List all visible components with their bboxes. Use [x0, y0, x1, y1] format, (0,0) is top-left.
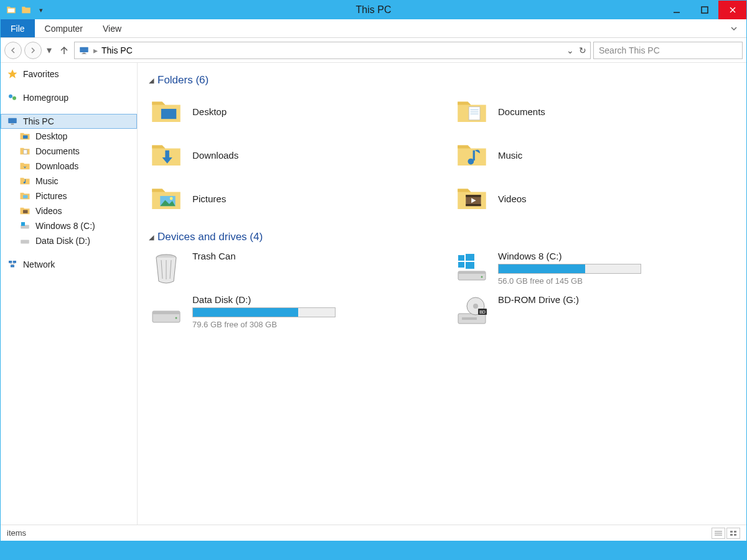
tree-label: Videos	[35, 206, 62, 216]
svg-rect-11	[8, 118, 17, 123]
content-pane: ◢ Folders (6) Desktop Documents Download…	[138, 63, 746, 525]
svg-rect-42	[466, 204, 481, 206]
search-input[interactable]: Search This PC	[593, 42, 743, 59]
tree-this-pc[interactable]: This PC	[1, 114, 137, 129]
tree-label: This PC	[23, 116, 54, 126]
drives-grid: Trash Can Windows 8 (C:) 56.0 GB free of…	[149, 251, 735, 329]
properties-icon[interactable]	[21, 4, 32, 16]
tab-computer[interactable]: Computer	[35, 19, 93, 37]
svg-rect-21	[21, 222, 25, 226]
nav-back-button[interactable]	[4, 42, 22, 59]
tree-label: Music	[35, 176, 59, 186]
tree-network[interactable]: Network	[1, 257, 137, 272]
tab-view[interactable]: View	[93, 19, 131, 37]
tree-label: Data Disk (D:)	[35, 236, 90, 246]
drive-label: Data Disk (D:)	[192, 294, 336, 305]
svg-marker-8	[8, 70, 17, 78]
svg-rect-33	[165, 151, 169, 157]
svg-rect-69	[730, 534, 733, 536]
svg-rect-59	[462, 317, 477, 320]
tree-music[interactable]: Music	[1, 174, 137, 189]
folder-label: Videos	[498, 194, 527, 204]
folder-documents[interactable]: Documents	[454, 94, 735, 129]
folder-downloads[interactable]: Downloads	[149, 138, 430, 172]
navigation-bar: ▾ ▸ This PC ⌄ ↻ Search This PC	[1, 38, 746, 63]
videos-icon	[454, 181, 489, 216]
collapse-icon: ◢	[149, 233, 154, 241]
hdd-drive-icon	[149, 294, 184, 329]
svg-rect-19	[23, 210, 28, 213]
svg-point-39	[170, 197, 173, 200]
svg-rect-68	[734, 531, 736, 533]
nav-up-button[interactable]	[57, 43, 72, 58]
tree-videos[interactable]: Videos	[1, 203, 137, 218]
drive-label: Windows 8 (C:)	[498, 251, 641, 261]
folder-pictures[interactable]: Pictures	[149, 181, 430, 216]
svg-rect-28	[161, 109, 176, 119]
svg-rect-7	[82, 54, 87, 54]
svg-rect-51	[458, 255, 464, 261]
svg-rect-29	[469, 107, 480, 120]
tree-pictures[interactable]: Pictures	[1, 189, 137, 203]
folders-grid: Desktop Documents Downloads Music	[149, 94, 735, 216]
tree-favorites[interactable]: Favorites	[1, 67, 137, 82]
collapse-icon: ◢	[149, 77, 154, 85]
folder-videos[interactable]: Videos	[454, 181, 735, 216]
group-header-drives[interactable]: ◢ Devices and drives (4)	[149, 231, 735, 243]
svg-point-50	[481, 276, 483, 278]
drive-d[interactable]: Data Disk (D:) 79.6 GB free of 308 GB	[149, 294, 430, 329]
tree-label: Homegroup	[23, 93, 68, 103]
refresh-icon[interactable]: ↻	[579, 45, 586, 55]
tree-downloads[interactable]: Downloads	[1, 159, 137, 174]
folder-icon	[19, 175, 31, 187]
tree-label: Favorites	[23, 69, 59, 79]
svg-rect-22	[21, 240, 29, 244]
drive-label: Trash Can	[192, 251, 235, 261]
address-segment[interactable]: This PC	[101, 45, 133, 55]
close-button[interactable]	[718, 1, 746, 19]
svg-rect-18	[23, 195, 28, 198]
window-title: This PC	[356, 4, 392, 16]
folder-music[interactable]: Music	[454, 138, 735, 172]
tree-label: Windows 8 (C:)	[35, 221, 95, 231]
tree-drive-d[interactable]: Data Disk (D:)	[1, 233, 137, 248]
svg-rect-12	[11, 124, 14, 125]
tree-documents[interactable]: Documents	[1, 144, 137, 159]
star-icon	[7, 68, 18, 80]
tree-drive-c[interactable]: Windows 8 (C:)	[1, 218, 137, 233]
address-bar[interactable]: ▸ This PC ⌄ ↻	[74, 42, 591, 59]
tree-desktop[interactable]: Desktop	[1, 129, 137, 144]
tree-homegroup[interactable]: Homegroup	[1, 90, 137, 105]
drive-c[interactable]: Windows 8 (C:) 56.0 GB free of 145 GB	[454, 251, 735, 286]
view-details-button[interactable]	[712, 528, 725, 539]
folder-icon	[19, 161, 31, 172]
pc-icon	[7, 116, 18, 127]
status-text: items	[7, 528, 26, 538]
drive-label: BD-ROM Drive (G:)	[498, 294, 579, 305]
svg-rect-1	[702, 7, 708, 13]
drive-trash[interactable]: Trash Can	[149, 251, 430, 286]
svg-line-27	[12, 263, 15, 265]
nav-history-dropdown[interactable]: ▾	[44, 44, 54, 56]
downloads-icon	[149, 138, 184, 172]
search-placeholder: Search This PC	[599, 45, 660, 55]
tab-file[interactable]: File	[1, 19, 35, 37]
tree-label: Downloads	[35, 161, 78, 171]
explorer-window: ▾ This PC File Computer View ▾ ▸ This PC…	[0, 0, 747, 541]
folder-icon	[19, 205, 31, 217]
maximize-button[interactable]	[690, 1, 718, 19]
qat-dropdown-icon[interactable]: ▾	[35, 4, 47, 16]
folder-desktop[interactable]: Desktop	[149, 94, 430, 129]
svg-rect-70	[734, 534, 736, 536]
network-icon	[7, 259, 18, 270]
address-dropdown-icon[interactable]: ⌄	[566, 45, 574, 55]
group-header-folders[interactable]: ◢ Folders (6)	[149, 74, 735, 86]
drive-g[interactable]: BD BD-ROM Drive (G:)	[454, 294, 735, 329]
tree-label: Desktop	[35, 131, 67, 141]
group-title: Devices and drives (4)	[157, 231, 263, 243]
ribbon-expand-button[interactable]	[721, 19, 746, 37]
folder-label: Desktop	[192, 106, 227, 117]
minimize-button[interactable]	[662, 1, 690, 19]
nav-forward-button[interactable]	[24, 42, 42, 59]
view-icons-button[interactable]	[726, 528, 740, 539]
